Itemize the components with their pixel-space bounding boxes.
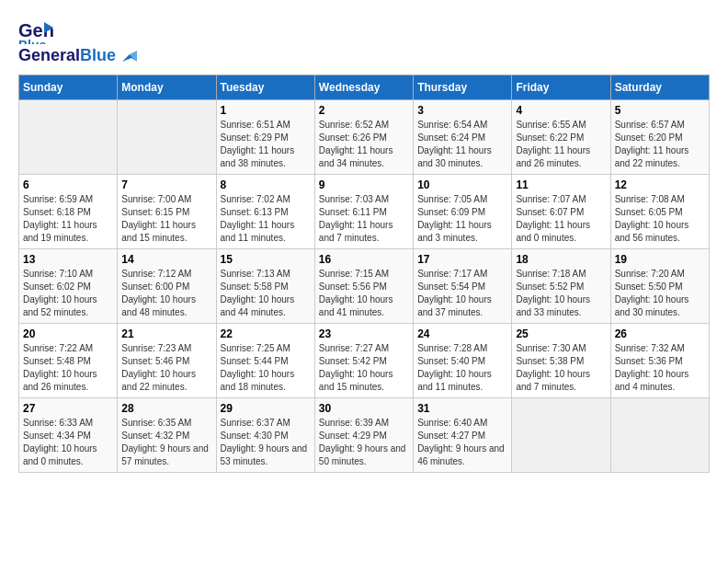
logo-blue: Blue	[80, 46, 116, 64]
calendar-cell: 6Sunrise: 6:59 AMSunset: 6:18 PMDaylight…	[19, 175, 118, 249]
calendar-cell	[118, 100, 216, 175]
calendar-cell: 12Sunrise: 7:08 AMSunset: 6:05 PMDayligh…	[610, 175, 709, 249]
day-number: 9	[319, 178, 409, 191]
day-info: Sunrise: 6:57 AMSunset: 6:20 PMDaylight:…	[615, 119, 705, 170]
day-info: Sunrise: 6:52 AMSunset: 6:26 PMDaylight:…	[319, 119, 409, 170]
day-number: 26	[615, 327, 705, 340]
day-number: 13	[23, 253, 113, 266]
day-info: Sunrise: 7:15 AMSunset: 5:56 PMDaylight:…	[319, 268, 409, 319]
calendar-cell: 8Sunrise: 7:02 AMSunset: 6:13 PMDaylight…	[216, 175, 314, 249]
calendar-cell: 18Sunrise: 7:18 AMSunset: 5:52 PMDayligh…	[512, 249, 610, 324]
calendar-cell: 21Sunrise: 7:23 AMSunset: 5:46 PMDayligh…	[118, 324, 216, 398]
day-number: 1	[221, 104, 311, 117]
day-number: 16	[319, 253, 409, 266]
calendar-cell: 20Sunrise: 7:22 AMSunset: 5:48 PMDayligh…	[19, 324, 118, 398]
weekday-header-tuesday: Tuesday	[216, 75, 314, 100]
day-number: 23	[319, 327, 409, 340]
day-info: Sunrise: 7:20 AMSunset: 5:50 PMDaylight:…	[615, 268, 705, 319]
day-number: 25	[516, 327, 606, 340]
calendar-cell: 9Sunrise: 7:03 AMSunset: 6:11 PMDaylight…	[314, 175, 413, 249]
day-info: Sunrise: 6:35 AMSunset: 4:32 PMDaylight:…	[121, 417, 211, 468]
day-info: Sunrise: 6:51 AMSunset: 6:29 PMDaylight:…	[221, 119, 311, 170]
calendar-cell: 11Sunrise: 7:07 AMSunset: 6:07 PMDayligh…	[512, 175, 610, 249]
day-info: Sunrise: 7:07 AMSunset: 6:07 PMDaylight:…	[516, 193, 606, 245]
calendar-week-row: 27Sunrise: 6:33 AMSunset: 4:34 PMDayligh…	[19, 398, 710, 473]
day-number: 3	[417, 104, 507, 117]
day-number: 4	[516, 104, 606, 117]
day-info: Sunrise: 7:32 AMSunset: 5:36 PMDaylight:…	[615, 342, 705, 394]
day-info: Sunrise: 7:05 AMSunset: 6:09 PMDaylight:…	[417, 193, 507, 245]
day-number: 12	[615, 178, 705, 191]
calendar-cell: 16Sunrise: 7:15 AMSunset: 5:56 PMDayligh…	[314, 249, 413, 324]
day-info: Sunrise: 7:25 AMSunset: 5:44 PMDaylight:…	[221, 342, 311, 394]
calendar-cell: 2Sunrise: 6:52 AMSunset: 6:26 PMDaylight…	[314, 100, 413, 175]
calendar-week-row: 6Sunrise: 6:59 AMSunset: 6:18 PMDaylight…	[19, 175, 710, 249]
day-number: 24	[417, 327, 507, 340]
day-info: Sunrise: 6:59 AMSunset: 6:18 PMDaylight:…	[23, 193, 113, 245]
weekday-header-saturday: Saturday	[610, 75, 709, 100]
day-info: Sunrise: 6:54 AMSunset: 6:24 PMDaylight:…	[417, 119, 507, 170]
calendar-cell: 29Sunrise: 6:37 AMSunset: 4:30 PMDayligh…	[216, 398, 314, 473]
day-number: 17	[417, 253, 507, 266]
day-info: Sunrise: 7:22 AMSunset: 5:48 PMDaylight:…	[23, 342, 113, 394]
logo-icon: General Blue	[18, 18, 53, 44]
day-number: 31	[417, 402, 507, 415]
day-info: Sunrise: 7:03 AMSunset: 6:11 PMDaylight:…	[319, 193, 409, 245]
day-number: 20	[23, 327, 113, 340]
day-number: 14	[121, 253, 211, 266]
calendar-cell: 5Sunrise: 6:57 AMSunset: 6:20 PMDaylight…	[610, 100, 709, 175]
calendar-cell: 4Sunrise: 6:55 AMSunset: 6:22 PMDaylight…	[512, 100, 610, 175]
calendar-cell: 31Sunrise: 6:40 AMSunset: 4:27 PMDayligh…	[414, 398, 512, 473]
logo-general: General	[18, 46, 80, 64]
calendar-cell: 26Sunrise: 7:32 AMSunset: 5:36 PMDayligh…	[610, 324, 709, 398]
day-number: 11	[516, 178, 606, 191]
day-number: 19	[615, 253, 705, 266]
day-number: 6	[23, 178, 113, 191]
weekday-header-sunday: Sunday	[19, 75, 118, 100]
day-info: Sunrise: 6:33 AMSunset: 4:34 PMDaylight:…	[23, 417, 113, 468]
day-info: Sunrise: 7:00 AMSunset: 6:15 PMDaylight:…	[121, 193, 211, 245]
day-info: Sunrise: 7:30 AMSunset: 5:38 PMDaylight:…	[516, 342, 606, 394]
day-info: Sunrise: 7:23 AMSunset: 5:46 PMDaylight:…	[121, 342, 211, 394]
calendar-cell	[19, 100, 118, 175]
calendar-cell: 19Sunrise: 7:20 AMSunset: 5:50 PMDayligh…	[610, 249, 709, 324]
day-number: 29	[221, 402, 311, 415]
calendar-cell: 24Sunrise: 7:28 AMSunset: 5:40 PMDayligh…	[414, 324, 512, 398]
calendar-cell: 13Sunrise: 7:10 AMSunset: 6:02 PMDayligh…	[19, 249, 118, 324]
page-header: General Blue GeneralBlue	[18, 18, 710, 65]
calendar-cell: 27Sunrise: 6:33 AMSunset: 4:34 PMDayligh…	[19, 398, 118, 473]
calendar-week-row: 20Sunrise: 7:22 AMSunset: 5:48 PMDayligh…	[19, 324, 710, 398]
day-info: Sunrise: 7:28 AMSunset: 5:40 PMDaylight:…	[417, 342, 507, 394]
weekday-header-thursday: Thursday	[414, 75, 512, 100]
calendar-cell: 30Sunrise: 6:39 AMSunset: 4:29 PMDayligh…	[314, 398, 413, 473]
day-number: 2	[319, 104, 409, 117]
day-number: 28	[121, 402, 211, 415]
day-number: 10	[417, 178, 507, 191]
day-info: Sunrise: 7:08 AMSunset: 6:05 PMDaylight:…	[615, 193, 705, 245]
calendar-cell: 23Sunrise: 7:27 AMSunset: 5:42 PMDayligh…	[314, 324, 413, 398]
calendar-cell: 1Sunrise: 6:51 AMSunset: 6:29 PMDaylight…	[216, 100, 314, 175]
logo: General Blue GeneralBlue	[18, 18, 137, 65]
day-info: Sunrise: 6:37 AMSunset: 4:30 PMDaylight:…	[221, 417, 311, 468]
day-number: 30	[319, 402, 409, 415]
calendar-table: SundayMondayTuesdayWednesdayThursdayFrid…	[18, 75, 710, 473]
day-info: Sunrise: 7:27 AMSunset: 5:42 PMDaylight:…	[319, 342, 409, 394]
calendar-cell: 15Sunrise: 7:13 AMSunset: 5:58 PMDayligh…	[216, 249, 314, 324]
calendar-week-row: 1Sunrise: 6:51 AMSunset: 6:29 PMDaylight…	[19, 100, 710, 175]
day-number: 7	[121, 178, 211, 191]
day-info: Sunrise: 7:12 AMSunset: 6:00 PMDaylight:…	[121, 268, 211, 319]
calendar-cell: 25Sunrise: 7:30 AMSunset: 5:38 PMDayligh…	[512, 324, 610, 398]
weekday-header-wednesday: Wednesday	[314, 75, 413, 100]
day-number: 21	[121, 327, 211, 340]
day-number: 18	[516, 253, 606, 266]
calendar-cell	[512, 398, 610, 473]
day-number: 22	[221, 327, 311, 340]
calendar-cell: 22Sunrise: 7:25 AMSunset: 5:44 PMDayligh…	[216, 324, 314, 398]
calendar-cell: 14Sunrise: 7:12 AMSunset: 6:00 PMDayligh…	[118, 249, 216, 324]
calendar-cell: 10Sunrise: 7:05 AMSunset: 6:09 PMDayligh…	[414, 175, 512, 249]
calendar-cell: 17Sunrise: 7:17 AMSunset: 5:54 PMDayligh…	[414, 249, 512, 324]
day-info: Sunrise: 7:02 AMSunset: 6:13 PMDaylight:…	[221, 193, 311, 245]
calendar-week-row: 13Sunrise: 7:10 AMSunset: 6:02 PMDayligh…	[19, 249, 710, 324]
day-info: Sunrise: 7:13 AMSunset: 5:58 PMDaylight:…	[221, 268, 311, 319]
day-info: Sunrise: 6:55 AMSunset: 6:22 PMDaylight:…	[516, 119, 606, 170]
